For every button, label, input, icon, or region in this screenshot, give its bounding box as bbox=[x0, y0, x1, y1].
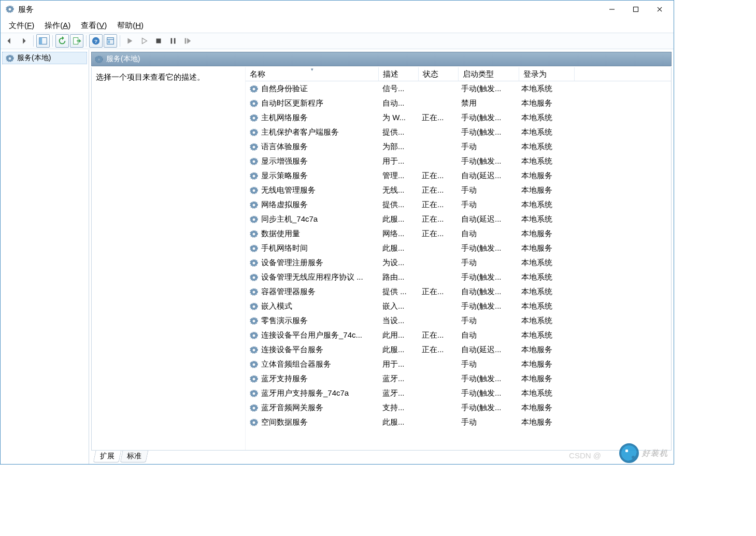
app-icon bbox=[6, 5, 15, 14]
cell-name: 自动时区更新程序 bbox=[246, 98, 378, 108]
cell-name: 连接设备平台服务 bbox=[246, 345, 378, 355]
service-row[interactable]: 手机网络时间此服...手动(触发...本地服务 bbox=[246, 241, 671, 255]
service-name: 同步主机_74c7a bbox=[261, 214, 318, 224]
cell-startup-type: 禁用 bbox=[457, 98, 517, 108]
cell-name: 网络虚拟服务 bbox=[246, 200, 378, 210]
restart-service-button[interactable] bbox=[181, 34, 194, 48]
cell-logon-as: 本地系统 bbox=[517, 316, 572, 326]
pause-service-button[interactable] bbox=[166, 34, 180, 48]
column-header-logon-as[interactable]: 登录为 bbox=[519, 67, 575, 81]
cell-status: 正在... bbox=[418, 214, 457, 224]
cell-name: 主机保护者客户端服务 bbox=[246, 127, 378, 137]
cell-description: 管理... bbox=[378, 171, 418, 181]
tree-item-label: 服务(本地) bbox=[17, 53, 51, 63]
cell-logon-as: 本地系统 bbox=[517, 301, 572, 311]
cell-logon-as: 本地系统 bbox=[517, 200, 572, 210]
nav-forward-button[interactable] bbox=[17, 34, 31, 48]
menu-action[interactable]: 操作(A) bbox=[39, 20, 76, 32]
service-name: 嵌入模式 bbox=[261, 301, 292, 311]
service-row[interactable]: 语言体验服务为部...手动本地系统 bbox=[246, 139, 671, 154]
service-row[interactable]: 立体音频组合器服务用于...手动本地服务 bbox=[246, 357, 671, 371]
maximize-button[interactable] bbox=[624, 2, 648, 17]
service-row[interactable]: 设备管理注册服务为设...手动本地系统 bbox=[246, 255, 671, 270]
service-row[interactable]: 主机保护者客户端服务提供...手动(触发...本地系统 bbox=[246, 125, 671, 139]
service-row[interactable]: 容器管理器服务提供 ...正在...自动(触发...本地系统 bbox=[246, 284, 671, 299]
cell-startup-type: 手动 bbox=[457, 359, 517, 369]
cell-logon-as: 本地服务 bbox=[517, 171, 572, 181]
cell-description: 用于... bbox=[378, 156, 418, 166]
menubar: 文件(F) 操作(A) 查看(V) 帮助(H) bbox=[1, 18, 674, 33]
service-row[interactable]: 自动时区更新程序自动...禁用本地服务 bbox=[246, 96, 671, 110]
cell-logon-as: 本地系统 bbox=[517, 330, 572, 340]
export-list-button[interactable] bbox=[70, 34, 83, 48]
cell-logon-as: 本地系统 bbox=[517, 142, 572, 152]
nav-back-button[interactable] bbox=[3, 34, 16, 48]
cell-name: 手机网络时间 bbox=[246, 243, 378, 253]
tab-extended[interactable]: 扩展 bbox=[93, 451, 122, 462]
service-row[interactable]: 零售演示服务当设...手动本地系统 bbox=[246, 313, 671, 328]
service-row[interactable]: 显示策略服务管理...正在...自动(延迟...本地服务 bbox=[246, 168, 671, 183]
cell-startup-type: 手动(触发... bbox=[457, 388, 517, 398]
service-row[interactable]: 主机网络服务为 W...正在...手动(触发...本地系统 bbox=[246, 110, 671, 125]
services-list: 名称 ▾ 描述 状态 启动类型 登录为 自然身份验证信号...手动(触发...本… bbox=[245, 67, 671, 450]
properties-button[interactable] bbox=[104, 34, 117, 48]
service-row[interactable]: 嵌入模式嵌入...手动(触发...本地系统 bbox=[246, 299, 671, 313]
gear-icon bbox=[250, 171, 258, 180]
cell-description: 此服... bbox=[378, 417, 418, 427]
help-button[interactable]: ? bbox=[89, 34, 103, 48]
cell-name: 立体音频组合器服务 bbox=[246, 359, 378, 369]
service-name: 数据使用量 bbox=[261, 229, 300, 239]
service-name: 空间数据服务 bbox=[261, 417, 308, 427]
show-hide-tree-button[interactable] bbox=[36, 34, 50, 48]
service-row[interactable]: 设备管理无线应用程序协议 ...路由...手动(触发...本地系统 bbox=[246, 270, 671, 284]
service-row[interactable]: 数据使用量网络...正在...自动本地服务 bbox=[246, 226, 671, 241]
cell-startup-type: 手动 bbox=[457, 185, 517, 195]
sort-indicator-icon: ▾ bbox=[311, 67, 313, 72]
column-header-description[interactable]: 描述 bbox=[379, 67, 419, 81]
minimize-button[interactable] bbox=[600, 2, 624, 17]
cell-description: 路由... bbox=[378, 272, 418, 282]
service-row[interactable]: 同步主机_74c7a此服...正在...自动(延迟...本地系统 bbox=[246, 212, 671, 226]
refresh-button[interactable] bbox=[55, 34, 69, 48]
cell-description: 为 W... bbox=[378, 113, 418, 123]
menu-help[interactable]: 帮助(H) bbox=[112, 20, 149, 32]
service-name: 无线电管理服务 bbox=[261, 185, 316, 195]
gear-icon bbox=[250, 403, 258, 412]
list-body[interactable]: 自然身份验证信号...手动(触发...本地系统自动时区更新程序自动...禁用本地… bbox=[246, 81, 671, 450]
service-row[interactable]: 连接设备平台服务此服...正在...自动(延迟...本地服务 bbox=[246, 342, 671, 357]
titlebar: 服务 bbox=[1, 1, 674, 18]
service-row[interactable]: 空间数据服务此服...手动本地服务 bbox=[246, 415, 671, 429]
cell-startup-type: 手动 bbox=[457, 258, 517, 268]
cell-description: 为设... bbox=[378, 258, 418, 268]
cell-startup-type: 自动(延迟... bbox=[457, 171, 517, 181]
column-header-status[interactable]: 状态 bbox=[419, 67, 459, 81]
tab-standard[interactable]: 标准 bbox=[120, 451, 149, 462]
cell-startup-type: 自动(触发... bbox=[457, 287, 517, 297]
service-row[interactable]: 无线电管理服务无线...正在...手动本地服务 bbox=[246, 183, 671, 197]
menu-file[interactable]: 文件(F) bbox=[4, 20, 39, 32]
service-row[interactable]: 网络虚拟服务提供...正在...手动本地系统 bbox=[246, 197, 671, 212]
cell-description: 为部... bbox=[378, 142, 418, 152]
description-prompt: 选择一个项目来查看它的描述。 bbox=[96, 73, 205, 81]
svg-rect-12 bbox=[156, 39, 161, 44]
cell-logon-as: 本地服务 bbox=[517, 229, 572, 239]
service-row[interactable]: 显示增强服务用于...手动(触发...本地系统 bbox=[246, 154, 671, 168]
service-row[interactable]: 自然身份验证信号...手动(触发...本地系统 bbox=[246, 81, 671, 96]
service-row[interactable]: 连接设备平台用户服务_74c...此用...正在...自动本地系统 bbox=[246, 328, 671, 342]
column-header-name[interactable]: 名称 ▾ bbox=[246, 67, 379, 81]
service-row[interactable]: 蓝牙用户支持服务_74c7a蓝牙...手动(触发...本地系统 bbox=[246, 386, 671, 400]
tree-item-services-local[interactable]: 服务(本地) bbox=[2, 52, 87, 64]
column-header-startup-type[interactable]: 启动类型 bbox=[459, 67, 519, 81]
brand-watermark: 好装机 bbox=[619, 443, 668, 463]
cell-status: 正在... bbox=[418, 200, 457, 210]
service-row[interactable]: 蓝牙音频网关服务支持...手动(触发...本地服务 bbox=[246, 400, 671, 415]
start-service-alt-button[interactable] bbox=[137, 34, 151, 48]
gear-icon bbox=[250, 316, 258, 325]
stop-service-button[interactable] bbox=[152, 34, 165, 48]
start-service-button[interactable] bbox=[123, 34, 136, 48]
close-button[interactable] bbox=[648, 2, 672, 17]
service-row[interactable]: 蓝牙支持服务蓝牙...手动(触发...本地服务 bbox=[246, 371, 671, 386]
cell-logon-as: 本地服务 bbox=[517, 374, 572, 384]
service-name: 设备管理无线应用程序协议 ... bbox=[261, 272, 363, 282]
menu-view[interactable]: 查看(V) bbox=[76, 20, 112, 32]
